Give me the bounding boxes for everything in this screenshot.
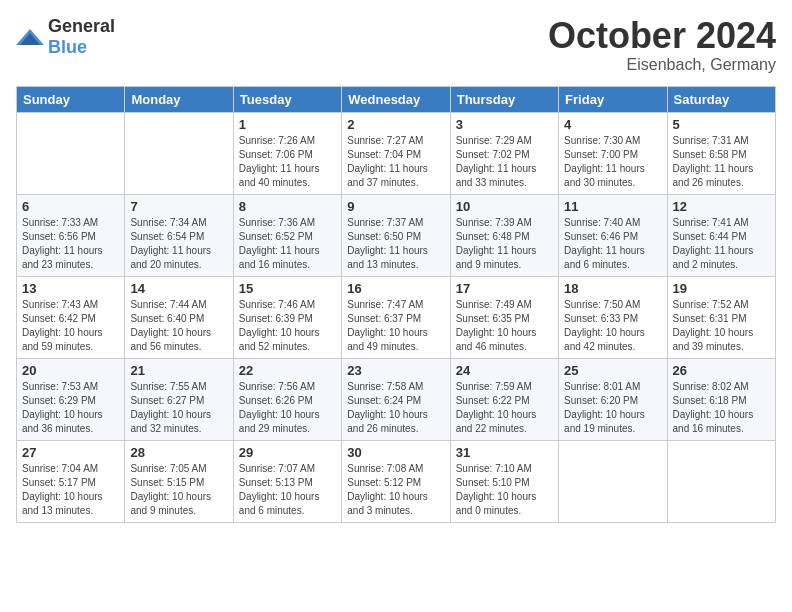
calendar-cell: 25Sunrise: 8:01 AMSunset: 6:20 PMDayligh… xyxy=(559,358,667,440)
day-detail: Sunrise: 7:53 AMSunset: 6:29 PMDaylight:… xyxy=(22,380,119,436)
calendar-cell: 20Sunrise: 7:53 AMSunset: 6:29 PMDayligh… xyxy=(17,358,125,440)
calendar-cell: 29Sunrise: 7:07 AMSunset: 5:13 PMDayligh… xyxy=(233,440,341,522)
weekday-header-wednesday: Wednesday xyxy=(342,86,450,112)
weekday-header-friday: Friday xyxy=(559,86,667,112)
day-number: 4 xyxy=(564,117,661,132)
calendar-cell: 2Sunrise: 7:27 AMSunset: 7:04 PMDaylight… xyxy=(342,112,450,194)
day-detail: Sunrise: 7:50 AMSunset: 6:33 PMDaylight:… xyxy=(564,298,661,354)
day-detail: Sunrise: 7:10 AMSunset: 5:10 PMDaylight:… xyxy=(456,462,553,518)
day-number: 7 xyxy=(130,199,227,214)
calendar-header-row: SundayMondayTuesdayWednesdayThursdayFrid… xyxy=(17,86,776,112)
day-detail: Sunrise: 7:05 AMSunset: 5:15 PMDaylight:… xyxy=(130,462,227,518)
calendar-cell: 5Sunrise: 7:31 AMSunset: 6:58 PMDaylight… xyxy=(667,112,775,194)
day-detail: Sunrise: 7:55 AMSunset: 6:27 PMDaylight:… xyxy=(130,380,227,436)
day-number: 20 xyxy=(22,363,119,378)
calendar-cell: 3Sunrise: 7:29 AMSunset: 7:02 PMDaylight… xyxy=(450,112,558,194)
calendar-cell: 16Sunrise: 7:47 AMSunset: 6:37 PMDayligh… xyxy=(342,276,450,358)
day-number: 15 xyxy=(239,281,336,296)
day-number: 8 xyxy=(239,199,336,214)
day-detail: Sunrise: 7:44 AMSunset: 6:40 PMDaylight:… xyxy=(130,298,227,354)
calendar-cell: 6Sunrise: 7:33 AMSunset: 6:56 PMDaylight… xyxy=(17,194,125,276)
calendar-cell xyxy=(17,112,125,194)
day-detail: Sunrise: 7:39 AMSunset: 6:48 PMDaylight:… xyxy=(456,216,553,272)
calendar-week-4: 20Sunrise: 7:53 AMSunset: 6:29 PMDayligh… xyxy=(17,358,776,440)
day-number: 26 xyxy=(673,363,770,378)
day-number: 10 xyxy=(456,199,553,214)
day-detail: Sunrise: 7:07 AMSunset: 5:13 PMDaylight:… xyxy=(239,462,336,518)
calendar-cell: 27Sunrise: 7:04 AMSunset: 5:17 PMDayligh… xyxy=(17,440,125,522)
day-detail: Sunrise: 7:43 AMSunset: 6:42 PMDaylight:… xyxy=(22,298,119,354)
calendar-cell: 11Sunrise: 7:40 AMSunset: 6:46 PMDayligh… xyxy=(559,194,667,276)
calendar-cell: 10Sunrise: 7:39 AMSunset: 6:48 PMDayligh… xyxy=(450,194,558,276)
day-number: 19 xyxy=(673,281,770,296)
day-detail: Sunrise: 7:59 AMSunset: 6:22 PMDaylight:… xyxy=(456,380,553,436)
logo-text: General Blue xyxy=(48,16,115,58)
calendar-cell: 23Sunrise: 7:58 AMSunset: 6:24 PMDayligh… xyxy=(342,358,450,440)
day-detail: Sunrise: 7:46 AMSunset: 6:39 PMDaylight:… xyxy=(239,298,336,354)
calendar-cell: 8Sunrise: 7:36 AMSunset: 6:52 PMDaylight… xyxy=(233,194,341,276)
day-number: 1 xyxy=(239,117,336,132)
day-number: 13 xyxy=(22,281,119,296)
calendar-cell: 22Sunrise: 7:56 AMSunset: 6:26 PMDayligh… xyxy=(233,358,341,440)
day-detail: Sunrise: 7:58 AMSunset: 6:24 PMDaylight:… xyxy=(347,380,444,436)
day-detail: Sunrise: 7:47 AMSunset: 6:37 PMDaylight:… xyxy=(347,298,444,354)
logo-blue: Blue xyxy=(48,37,87,57)
day-number: 29 xyxy=(239,445,336,460)
calendar-cell: 17Sunrise: 7:49 AMSunset: 6:35 PMDayligh… xyxy=(450,276,558,358)
day-detail: Sunrise: 7:56 AMSunset: 6:26 PMDaylight:… xyxy=(239,380,336,436)
logo-icon xyxy=(16,27,44,47)
calendar-cell: 28Sunrise: 7:05 AMSunset: 5:15 PMDayligh… xyxy=(125,440,233,522)
calendar-cell: 9Sunrise: 7:37 AMSunset: 6:50 PMDaylight… xyxy=(342,194,450,276)
day-number: 31 xyxy=(456,445,553,460)
day-detail: Sunrise: 8:02 AMSunset: 6:18 PMDaylight:… xyxy=(673,380,770,436)
calendar-cell xyxy=(667,440,775,522)
day-detail: Sunrise: 7:04 AMSunset: 5:17 PMDaylight:… xyxy=(22,462,119,518)
calendar-cell xyxy=(559,440,667,522)
day-number: 24 xyxy=(456,363,553,378)
day-number: 28 xyxy=(130,445,227,460)
calendar-cell: 21Sunrise: 7:55 AMSunset: 6:27 PMDayligh… xyxy=(125,358,233,440)
calendar-cell: 12Sunrise: 7:41 AMSunset: 6:44 PMDayligh… xyxy=(667,194,775,276)
calendar-cell: 15Sunrise: 7:46 AMSunset: 6:39 PMDayligh… xyxy=(233,276,341,358)
day-detail: Sunrise: 7:37 AMSunset: 6:50 PMDaylight:… xyxy=(347,216,444,272)
calendar-cell: 24Sunrise: 7:59 AMSunset: 6:22 PMDayligh… xyxy=(450,358,558,440)
weekday-header-thursday: Thursday xyxy=(450,86,558,112)
weekday-header-saturday: Saturday xyxy=(667,86,775,112)
day-detail: Sunrise: 7:36 AMSunset: 6:52 PMDaylight:… xyxy=(239,216,336,272)
day-number: 11 xyxy=(564,199,661,214)
day-number: 2 xyxy=(347,117,444,132)
calendar-week-2: 6Sunrise: 7:33 AMSunset: 6:56 PMDaylight… xyxy=(17,194,776,276)
day-detail: Sunrise: 7:34 AMSunset: 6:54 PMDaylight:… xyxy=(130,216,227,272)
calendar-week-3: 13Sunrise: 7:43 AMSunset: 6:42 PMDayligh… xyxy=(17,276,776,358)
day-detail: Sunrise: 7:49 AMSunset: 6:35 PMDaylight:… xyxy=(456,298,553,354)
day-detail: Sunrise: 7:26 AMSunset: 7:06 PMDaylight:… xyxy=(239,134,336,190)
day-number: 18 xyxy=(564,281,661,296)
day-number: 22 xyxy=(239,363,336,378)
calendar-cell: 1Sunrise: 7:26 AMSunset: 7:06 PMDaylight… xyxy=(233,112,341,194)
calendar-cell: 30Sunrise: 7:08 AMSunset: 5:12 PMDayligh… xyxy=(342,440,450,522)
calendar-cell: 31Sunrise: 7:10 AMSunset: 5:10 PMDayligh… xyxy=(450,440,558,522)
logo-general: General xyxy=(48,16,115,36)
day-number: 3 xyxy=(456,117,553,132)
day-detail: Sunrise: 7:40 AMSunset: 6:46 PMDaylight:… xyxy=(564,216,661,272)
location: Eisenbach, Germany xyxy=(548,56,776,74)
day-detail: Sunrise: 8:01 AMSunset: 6:20 PMDaylight:… xyxy=(564,380,661,436)
weekday-header-tuesday: Tuesday xyxy=(233,86,341,112)
day-number: 27 xyxy=(22,445,119,460)
day-number: 5 xyxy=(673,117,770,132)
calendar-cell: 26Sunrise: 8:02 AMSunset: 6:18 PMDayligh… xyxy=(667,358,775,440)
day-detail: Sunrise: 7:30 AMSunset: 7:00 PMDaylight:… xyxy=(564,134,661,190)
calendar-cell xyxy=(125,112,233,194)
day-number: 12 xyxy=(673,199,770,214)
day-detail: Sunrise: 7:27 AMSunset: 7:04 PMDaylight:… xyxy=(347,134,444,190)
month-title: October 2024 xyxy=(548,16,776,56)
calendar-week-1: 1Sunrise: 7:26 AMSunset: 7:06 PMDaylight… xyxy=(17,112,776,194)
day-number: 14 xyxy=(130,281,227,296)
day-number: 9 xyxy=(347,199,444,214)
day-number: 17 xyxy=(456,281,553,296)
weekday-header-sunday: Sunday xyxy=(17,86,125,112)
day-number: 21 xyxy=(130,363,227,378)
day-detail: Sunrise: 7:08 AMSunset: 5:12 PMDaylight:… xyxy=(347,462,444,518)
day-detail: Sunrise: 7:29 AMSunset: 7:02 PMDaylight:… xyxy=(456,134,553,190)
day-number: 25 xyxy=(564,363,661,378)
